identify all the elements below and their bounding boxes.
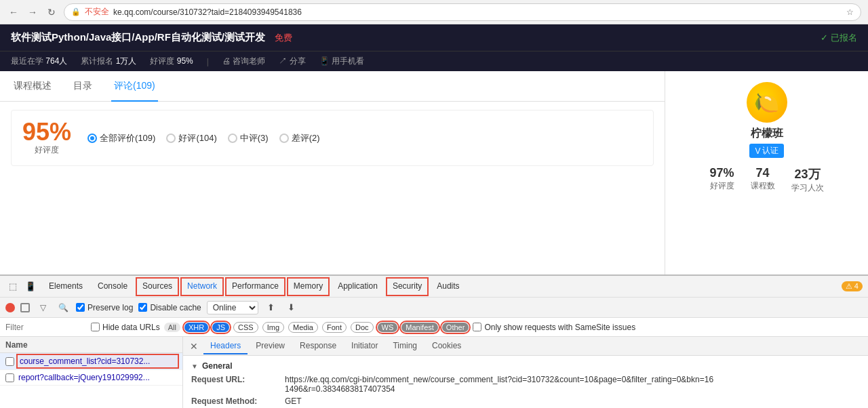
devtools-tab-memory[interactable]: Memory [287,277,330,296]
detail-tab-cookies[interactable]: Cookies [425,338,468,354]
filter-bar: Hide data URLs All XHR JS CSS Img Media … [0,318,868,337]
filter-media[interactable]: Media [288,322,318,333]
sidebar: 🍋 柠檬班 V 认证 97% 好评度 74 课程数 23万 学习人次 [665,71,868,274]
bookmark-icon[interactable]: ☆ [846,7,854,17]
filter-manifest[interactable]: Manifest [401,323,438,332]
detail-tabs: ✕ Headers Preview Response Initiator Tim… [183,337,868,356]
content-area: 课程概述 目录 评论(109) 95% 好评度 全部评价(109) 好评(104… [0,71,665,274]
filter-doc[interactable]: Doc [351,322,374,333]
devtools-tab-network[interactable]: Network [180,277,224,296]
filter-font[interactable]: Font [322,322,347,333]
devtools-main: Name course_comment_list?cid=310732... r… [0,337,868,408]
forward-button[interactable]: → [26,5,39,19]
filter-input[interactable] [5,323,87,332]
devtools-tab-application[interactable]: Application [331,277,384,296]
page-title: 软件测试Python/Java接口/App/RF自动化测试/测试开发 [11,31,265,43]
security-icon: 🔒 [71,7,81,16]
request-name-1: course_comment_list?cid=310732... [18,356,177,367]
throttle-select[interactable]: Online Slow 3G Fast 3G [207,301,258,314]
devtools-icons: ⬚ 📱 [5,279,38,294]
general-label: General [202,361,233,371]
search-toggle-icon[interactable]: 🔍 [56,300,71,315]
general-section: ▼ General Request URL: https://ke.qq.com… [191,361,860,408]
rating-options: 全部评价(109) 好评(104) 中评(3) 差评(2) [87,132,320,144]
hide-data-urls-checkbox[interactable]: Hide data URLs [91,323,160,332]
filter-xhr[interactable]: XHR [184,323,208,332]
filter-all[interactable]: All [164,323,180,332]
tab-overview[interactable]: 课程概述 [11,72,54,102]
devtools-tab-audits[interactable]: Audits [430,277,466,296]
enrolled-label: ✓ 已报名 [821,32,857,44]
detail-panel: ✕ Headers Preview Response Initiator Tim… [183,337,868,408]
general-section-header[interactable]: ▼ General [191,361,860,371]
stat-courses: 74 课程数 [751,166,775,194]
stop-button[interactable] [20,303,30,312]
filter-toggle-icon[interactable]: ▽ [35,300,50,315]
devtools-tab-console[interactable]: Console [91,277,134,296]
page-title-container: 软件测试Python/Java接口/App/RF自动化测试/测试开发 免费 [11,31,292,44]
detail-tab-timing[interactable]: Timing [386,338,424,354]
content-tabs: 课程概述 目录 评论(109) [0,71,665,102]
request-item-2[interactable]: report?callback=jQuery191029992... [0,370,182,386]
subheader-stat-2: 累计报名 1万人 [81,56,136,67]
stat-learners: 23万 学习人次 [791,166,824,194]
filter-other[interactable]: Other [442,323,469,332]
rating-option-good[interactable]: 好评(104) [166,132,216,144]
detail-tab-headers[interactable]: Headers [203,338,248,354]
address-bar[interactable]: 🔒 不安全 ke.qq.com/course/310732?taid=21840… [64,3,861,21]
tab-comments[interactable]: 评论(109) [111,72,158,102]
request-checkbox-2[interactable] [5,373,14,382]
disable-cache-checkbox[interactable]: Disable cache [138,303,201,312]
samesite-checkbox[interactable]: Only show requests with SameSite issues [473,323,635,332]
cert-badge: V 认证 [749,144,783,158]
upload-icon[interactable]: ⬆ [264,300,279,315]
refresh-button[interactable]: ↻ [45,5,58,19]
detail-content: ▼ General Request URL: https://ke.qq.com… [183,356,868,408]
rating-percentage: 95% [22,120,71,144]
triangle-icon: ▼ [191,363,198,370]
main-container: 课程概述 目录 评论(109) 95% 好评度 全部评价(109) 好评(104… [0,71,868,274]
subheader-stat-3: 好评度 95% [150,56,193,67]
devtools-tab-sources[interactable]: Sources [136,277,179,296]
rating-option-all[interactable]: 全部评价(109) [87,132,155,144]
filter-css[interactable]: CSS [233,322,258,333]
rating-option-mid[interactable]: 中评(3) [228,132,269,144]
consult-btn[interactable]: 🖨 咨询老师 [222,56,265,67]
share-btn[interactable]: ↗ 分享 [279,56,305,67]
enrolled-section: ✓ 已报名 [821,32,857,44]
preserve-log-checkbox[interactable]: Preserve log [76,303,133,312]
tab-catalog[interactable]: 目录 [71,72,95,102]
mobile-btn[interactable]: 📱 用手机看 [319,56,364,67]
devtools: ⬚ 📱 Elements Console Sources Network Per… [0,274,868,408]
pointer-icon[interactable]: ⬚ [5,279,20,294]
devtools-tabbar: ⬚ 📱 Elements Console Sources Network Per… [0,276,868,298]
url-text: ke.qq.com/course/310732?taid=21840939495… [113,7,302,17]
detail-close-button[interactable]: ✕ [186,341,202,352]
request-url-row: Request URL: https://ke.qq.com/cgi-bin/c… [191,375,860,394]
request-url-val: https://ke.qq.com/cgi-bin/comment_new/co… [285,375,713,394]
detail-tab-preview[interactable]: Preview [249,338,292,354]
back-button[interactable]: ← [7,5,20,19]
devtools-tab-elements[interactable]: Elements [42,277,90,296]
rating-option-bad[interactable]: 差评(2) [279,132,320,144]
sidebar-stats: 97% 好评度 74 课程数 23万 学习人次 [676,166,857,194]
request-item-1[interactable]: course_comment_list?cid=310732... [0,353,182,370]
download-icon[interactable]: ⬇ [284,300,299,315]
filter-ws[interactable]: WS [378,323,398,332]
page-header: 软件测试Python/Java接口/App/RF自动化测试/测试开发 免费 ✓ … [0,24,868,51]
subheader-stat-1: 最近在学 764人 [11,56,67,67]
security-label: 不安全 [85,6,109,18]
request-url-key: Request URL: [191,375,279,384]
devtools-tab-performance[interactable]: Performance [225,277,285,296]
detail-tab-response[interactable]: Response [293,338,343,354]
rating-label: 好评度 [22,144,71,156]
filter-img[interactable]: Img [262,322,284,333]
request-checkbox-1[interactable] [5,357,14,366]
record-button[interactable] [5,303,15,312]
device-icon[interactable]: 📱 [23,279,38,294]
devtools-tab-security[interactable]: Security [386,277,429,296]
request-method-row: Request Method: GET [191,396,860,406]
brand-icon: 🍋 [747,82,787,123]
detail-tab-initiator[interactable]: Initiator [344,338,384,354]
filter-js[interactable]: JS [212,323,229,332]
